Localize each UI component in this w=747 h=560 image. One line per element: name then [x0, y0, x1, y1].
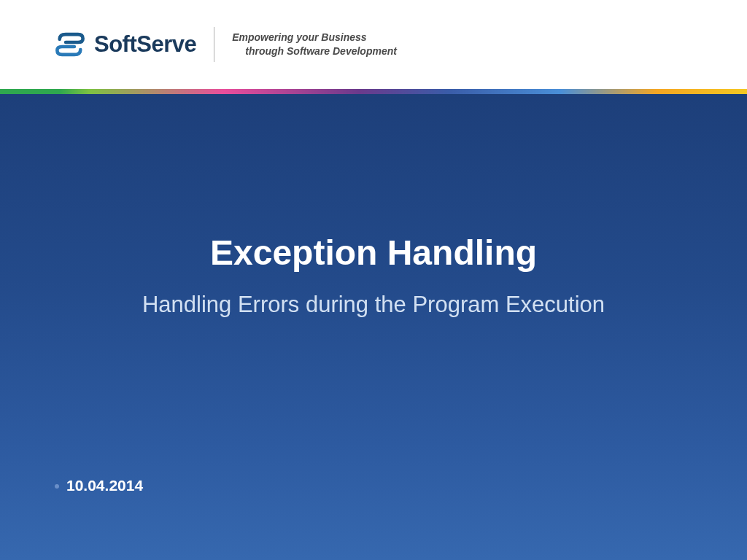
company-name-rest: Serve	[136, 31, 196, 57]
company-name: SoftServe	[94, 31, 196, 58]
logo-block: SoftServe	[55, 31, 196, 58]
slide-title: Exception Handling	[210, 233, 537, 273]
slide-date: 10.04.2014	[66, 477, 143, 494]
bullet-icon	[55, 484, 59, 489]
main-content: Exception Handling Handling Errors durin…	[0, 94, 747, 560]
date-row: 10.04.2014	[55, 477, 143, 494]
header: SoftServe Empowering your Business throu…	[0, 0, 747, 89]
slide-subtitle: Handling Errors during the Program Execu…	[142, 292, 605, 318]
vertical-divider	[214, 27, 214, 62]
softserve-logo-icon	[55, 31, 85, 58]
tagline: Empowering your Business through Softwar…	[232, 31, 397, 58]
gradient-stripe	[0, 89, 747, 94]
company-name-bold: Soft	[94, 31, 136, 57]
tagline-line-1: Empowering your Business	[232, 31, 397, 44]
tagline-line-2: through Software Development	[232, 44, 397, 58]
